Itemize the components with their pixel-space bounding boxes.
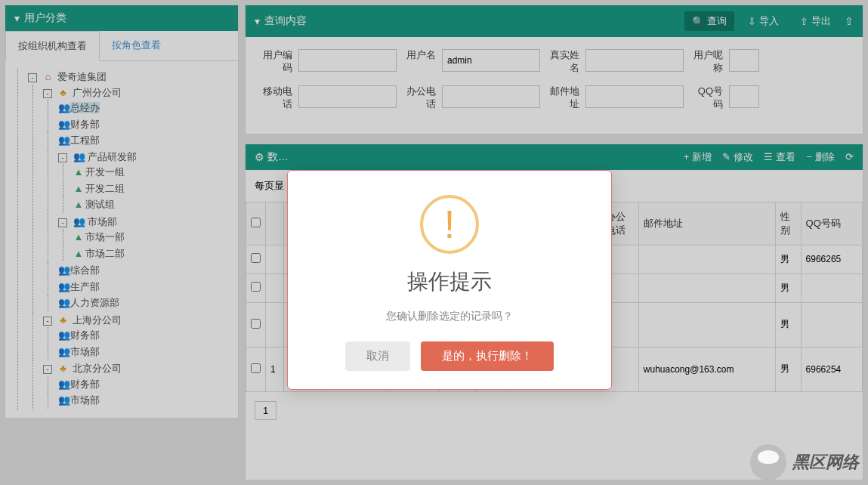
confirm-button[interactable]: 是的，执行删除！	[421, 341, 554, 371]
watermark-text: 黑区网络	[792, 451, 859, 474]
confirm-modal: ! 操作提示 您确认删除选定的记录吗？ 取消 是的，执行删除！	[287, 170, 612, 390]
watermark-logo-icon	[750, 444, 786, 480]
modal-title: 操作提示	[306, 267, 593, 296]
watermark: 黑区网络	[750, 444, 859, 480]
warning-icon: !	[420, 195, 479, 254]
cancel-button[interactable]: 取消	[345, 341, 410, 371]
modal-text: 您确认删除选定的记录吗？	[306, 310, 593, 323]
